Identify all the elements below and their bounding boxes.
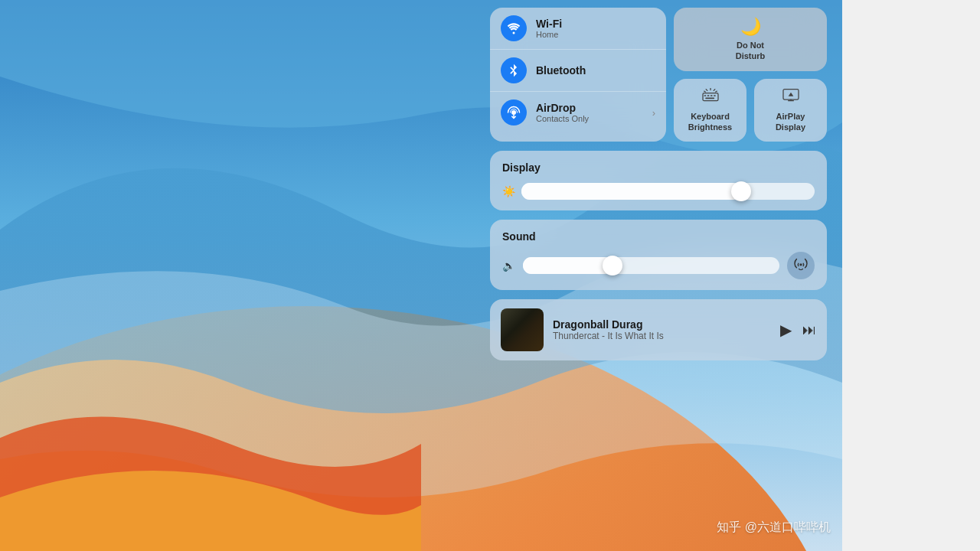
svg-rect-5 [703,93,718,100]
svg-line-14 [704,91,705,92]
right-sidebar [842,0,980,551]
album-art-image [501,308,544,351]
quick-buttons: 🌙 Do NotDisturb [674,8,827,142]
bluetooth-icon [501,57,527,83]
brightness-fill [521,183,741,200]
svg-rect-8 [710,95,713,96]
airdrop-arrow-icon: › [652,107,655,119]
keyboard-brightness-icon [701,88,720,108]
wifi-status: Home [536,30,562,39]
svg-line-13 [714,89,715,90]
airdrop-status: Contacts Only [536,114,589,123]
sound-title: Sound [502,230,815,243]
svg-rect-7 [707,95,709,96]
brightness-slider[interactable] [521,183,815,200]
display-title: Display [502,161,815,174]
svg-point-17 [799,263,802,266]
keyboard-brightness-label: KeyboardBrightness [688,111,732,133]
volume-icon: 🔈 [502,259,515,272]
bottom-quick-row: KeyboardBrightness AirPlayDisplay [674,79,827,142]
wifi-item[interactable]: Wi-Fi Home [490,8,666,50]
song-title: Dragonball Durag [553,318,771,331]
top-row: Wi-Fi Home Bluetooth [490,8,827,142]
wifi-icon [501,15,527,41]
volume-fill [523,257,612,274]
airdrop-icon [501,99,527,126]
svg-rect-10 [705,97,714,99]
moon-icon: 🌙 [740,17,761,37]
do-not-disturb-button[interactable]: 🌙 Do NotDisturb [674,8,827,71]
dnd-label: Do NotDisturb [736,40,766,62]
brightness-thumb[interactable] [731,181,751,201]
airplay-display-label: AirPlayDisplay [776,111,805,133]
airplay-audio-icon [794,258,808,273]
playback-controls: ▶ ⏭ [780,321,816,339]
wifi-text: Wi-Fi Home [536,18,562,39]
now-playing-info: Dragonball Durag Thundercat - It Is What… [553,318,771,341]
svg-rect-9 [714,95,716,96]
control-center: Wi-Fi Home Bluetooth [479,0,838,551]
watermark: 知乎 @六道口哔哔机 [717,520,831,536]
bluetooth-text: Bluetooth [536,64,586,77]
now-playing-section: Dragonball Durag Thundercat - It Is What… [490,299,827,360]
keyboard-brightness-button[interactable]: KeyboardBrightness [674,79,746,142]
airplay-display-icon [782,88,800,108]
airdrop-text: AirDrop Contacts Only [536,102,589,123]
svg-line-15 [715,91,717,92]
album-art [501,308,544,351]
song-artist: Thundercat - It Is What It Is [553,331,771,341]
svg-point-2 [513,32,515,34]
volume-slider[interactable] [523,257,779,274]
airplay-audio-button[interactable] [787,252,815,279]
brightness-icon: ☀️ [502,185,515,197]
bluetooth-name: Bluetooth [536,64,586,77]
airplay-display-button[interactable]: AirPlayDisplay [754,79,827,142]
brightness-slider-container: ☀️ [502,183,815,200]
volume-thumb[interactable] [603,256,622,276]
sound-section: Sound 🔈 [490,220,827,290]
display-section: Display ☀️ [490,151,827,210]
bluetooth-item[interactable]: Bluetooth [490,50,666,92]
svg-line-12 [706,89,707,90]
play-button[interactable]: ▶ [780,321,792,339]
airdrop-item[interactable]: AirDrop Contacts Only › [490,92,666,133]
svg-point-3 [511,110,516,115]
wifi-name: Wi-Fi [536,18,562,30]
volume-row: 🔈 [502,252,815,279]
network-panel: Wi-Fi Home Bluetooth [490,8,666,142]
airdrop-name: AirDrop [536,102,589,114]
svg-rect-6 [704,95,706,96]
skip-forward-button[interactable]: ⏭ [802,322,816,338]
